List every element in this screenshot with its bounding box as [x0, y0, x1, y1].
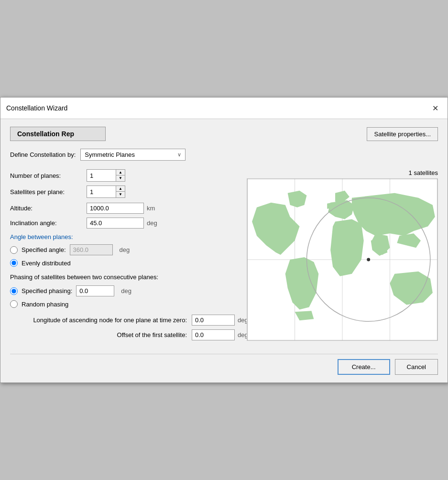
left-panel: Number of planes: ▲ ▼ Satellites per pla… — [10, 169, 239, 344]
satellites-per-plane-up-button[interactable]: ▲ — [116, 186, 125, 192]
specified-angle-input[interactable] — [70, 244, 113, 255]
right-panel: 1 satellites — [247, 169, 438, 344]
altitude-row: Altitude: km — [10, 203, 239, 214]
evenly-distributed-row: Evenly distributed — [10, 259, 239, 267]
number-of-planes-label: Number of planes: — [10, 172, 87, 179]
main-content: Constellation Rep Satellite properties..… — [0, 119, 448, 382]
specified-angle-label: Specified angle: — [22, 246, 66, 253]
number-of-planes-spinner[interactable]: ▲ ▼ — [87, 169, 125, 182]
angle-section-title: Angle between planes: — [10, 233, 239, 240]
altitude-inclination-group: Altitude: km Inclination angle: deg — [10, 203, 239, 229]
bottom-fields: Longitude of ascending node for one plan… — [10, 315, 239, 340]
number-of-planes-row: Number of planes: ▲ ▼ — [10, 169, 239, 182]
satellites-count: 1 satellites — [247, 169, 438, 176]
random-phasing-label: Random phasing — [22, 301, 68, 308]
satellites-per-plane-input[interactable] — [87, 187, 116, 197]
specified-phasing-row: Specified phasing: deg — [10, 285, 239, 296]
offset-row: Offset of the first satellite: deg — [10, 329, 239, 340]
satellites-per-plane-row: Satellites per plane: ▲ ▼ — [10, 185, 239, 198]
offset-input[interactable] — [192, 329, 235, 340]
satellite-properties-button[interactable]: Satellite properties... — [367, 127, 438, 141]
specified-phasing-label: Specified phasing: — [22, 287, 72, 295]
number-of-planes-down-button[interactable]: ▼ — [116, 175, 125, 181]
evenly-distributed-label: Evenly distributed — [22, 260, 71, 267]
define-constellation-label: Define Constellation by: — [10, 151, 76, 158]
evenly-distributed-radio[interactable] — [10, 259, 18, 267]
dropdown-value: Symmetric Planes — [85, 151, 135, 158]
satellites-per-plane-label: Satellites per plane: — [10, 188, 87, 196]
inclination-row: Inclination angle: deg — [10, 218, 239, 229]
specified-angle-unit: deg — [120, 246, 130, 253]
window-title: Constellation Wizard — [6, 104, 67, 112]
create-button[interactable]: Create... — [338, 359, 390, 375]
angle-section: Angle between planes: Specified angle: d… — [10, 233, 239, 267]
specified-angle-radio[interactable] — [10, 246, 18, 254]
altitude-input[interactable] — [87, 203, 144, 214]
number-of-planes-up-button[interactable]: ▲ — [116, 170, 125, 175]
random-phasing-radio[interactable] — [10, 300, 18, 308]
specified-phasing-unit: deg — [121, 287, 131, 295]
longitude-label: Longitude of ascending node for one plan… — [10, 316, 192, 324]
map-container — [247, 178, 438, 341]
define-constellation-row: Define Constellation by: Symmetric Plane… — [10, 149, 438, 161]
offset-label: Offset of the first satellite: — [10, 331, 192, 338]
phasing-description: Phasing of satellites between two consec… — [10, 273, 239, 281]
constellation-type-dropdown[interactable]: Symmetric Planes ∨ — [80, 149, 186, 161]
number-of-planes-input[interactable] — [87, 171, 116, 181]
title-bar: Constellation Wizard ✕ — [0, 98, 448, 119]
top-row: Constellation Rep Satellite properties..… — [10, 127, 438, 141]
button-row: Create... Cancel — [10, 354, 438, 375]
satellites-per-plane-down-button[interactable]: ▼ — [116, 192, 125, 197]
constellation-rep-label: Constellation Rep — [10, 127, 106, 141]
longitude-input[interactable] — [192, 315, 235, 326]
close-button[interactable]: ✕ — [428, 101, 442, 115]
main-area: Number of planes: ▲ ▼ Satellites per pla… — [10, 169, 438, 344]
specified-phasing-input[interactable] — [76, 285, 114, 296]
world-map-svg — [247, 179, 437, 340]
svg-point-7 — [367, 258, 370, 262]
altitude-label: Altitude: — [10, 205, 87, 212]
specified-phasing-radio[interactable] — [10, 287, 18, 295]
random-phasing-row: Random phasing — [10, 300, 239, 308]
number-of-planes-spin-buttons: ▲ ▼ — [116, 170, 125, 181]
inclination-unit: deg — [147, 219, 157, 227]
inclination-label: Inclination angle: — [10, 219, 87, 227]
phasing-section: Phasing of satellites between two consec… — [10, 273, 239, 308]
planes-fields-group: Number of planes: ▲ ▼ Satellites per pla… — [10, 169, 239, 198]
satellites-per-plane-spin-buttons: ▲ ▼ — [116, 186, 125, 197]
chevron-down-icon: ∨ — [177, 152, 181, 158]
constellation-wizard-window: Constellation Wizard ✕ Constellation Rep… — [0, 97, 448, 383]
cancel-button[interactable]: Cancel — [395, 359, 438, 375]
inclination-input[interactable] — [87, 218, 144, 229]
specified-angle-row: Specified angle: deg — [10, 244, 239, 255]
altitude-unit: km — [147, 205, 155, 212]
satellites-per-plane-spinner[interactable]: ▲ ▼ — [87, 185, 125, 198]
longitude-row: Longitude of ascending node for one plan… — [10, 315, 239, 326]
